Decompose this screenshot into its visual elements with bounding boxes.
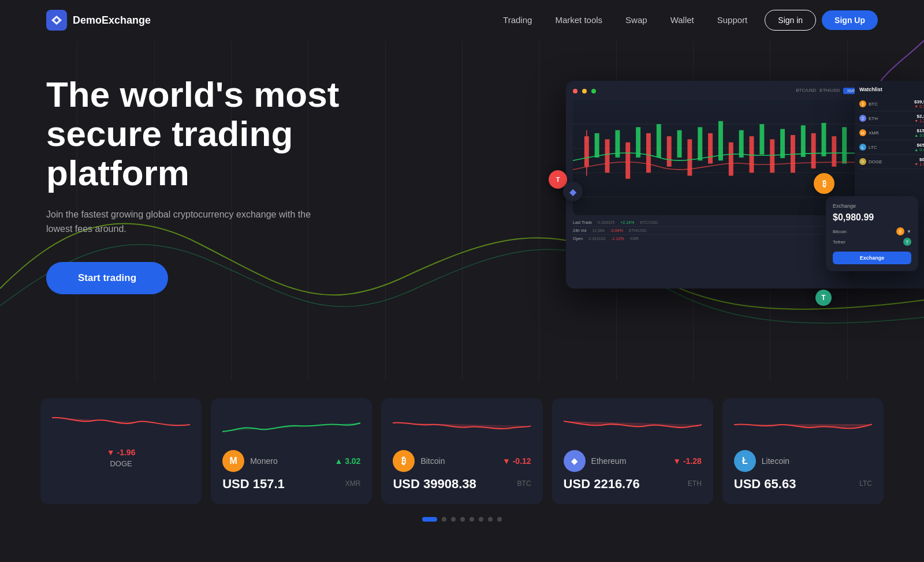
doge-symbol: DOGE [52, 459, 190, 468]
dashboard-mockup: BTC/USD ETH/USD XMR [531, 58, 924, 335]
hero-subtitle: Join the fastest growing global cryptocu… [46, 207, 323, 237]
pagination-dot-1[interactable] [422, 517, 437, 522]
svg-rect-25 [770, 139, 774, 173]
cards-section: ▼ -1.96 DOGE M Monero ▲ 3.02 [0, 398, 924, 556]
sparkline-btc [393, 409, 531, 443]
doge-change: ▼ -1.96 [107, 448, 136, 457]
svg-rect-26 [780, 129, 785, 159]
card-eth[interactable]: ◆ Ethereum ▼ -1.28 USD 2216.76 ETH [552, 398, 713, 504]
nav-trading[interactable]: Trading [503, 15, 532, 25]
sparkline-doge [52, 406, 190, 441]
svg-rect-19 [708, 133, 713, 164]
coin-badge-eth: ◆ [563, 182, 583, 201]
pagination [40, 517, 884, 522]
sparkline-xmr [222, 409, 360, 443]
navbar: DemoExchange Trading Market tools Swap W… [0, 0, 924, 40]
ltc-icon: Ł [734, 450, 756, 472]
eth-price: USD 2216.76 [564, 477, 640, 492]
xmr-symbol: XMR [345, 479, 361, 488]
pagination-dot-3[interactable] [451, 517, 456, 522]
btc-name: Bitcoin [420, 456, 445, 466]
svg-rect-32 [842, 127, 847, 163]
hero-content: The world's most secure trading platform… [46, 75, 404, 294]
svg-rect-29 [811, 133, 816, 168]
pagination-dot-4[interactable] [460, 517, 465, 522]
pagination-dot-5[interactable] [470, 517, 474, 522]
xmr-icon: M [222, 450, 244, 472]
start-trading-button[interactable]: Start trading [46, 262, 168, 294]
exchange-button[interactable]: Exchange [833, 252, 911, 264]
svg-rect-14 [657, 124, 661, 158]
svg-rect-18 [698, 127, 702, 160]
svg-rect-22 [739, 130, 744, 158]
nav-support[interactable]: Support [717, 15, 748, 25]
svg-rect-17 [687, 139, 692, 175]
xmr-change: ▲ 3.02 [334, 456, 360, 466]
pagination-dot-2[interactable] [442, 517, 446, 522]
svg-rect-28 [801, 125, 806, 157]
nav-wallet[interactable]: Wallet [670, 15, 694, 25]
hero-section: The world's most secure trading platform… [0, 40, 924, 381]
cards-row: ▼ -1.96 DOGE M Monero ▲ 3.02 [40, 398, 884, 504]
btc-symbol: BTC [517, 479, 531, 488]
ltc-name: Litecoin [762, 456, 789, 466]
card-doge[interactable]: ▼ -1.96 DOGE [40, 398, 202, 504]
svg-rect-8 [595, 133, 599, 158]
exchange-widget: Exchange $0,980.99 Bitcoin ₿ ▼ Tether T … [826, 196, 918, 271]
ltc-symbol: LTC [859, 479, 872, 488]
svg-rect-30 [822, 123, 826, 156]
svg-rect-13 [646, 133, 651, 173]
eth-name: Ethereum [591, 456, 627, 466]
nav-market-tools[interactable]: Market tools [555, 15, 602, 25]
pagination-dot-7[interactable] [488, 517, 493, 522]
nav-swap[interactable]: Swap [625, 15, 647, 25]
svg-rect-9 [605, 139, 610, 173]
eth-icon: ◆ [564, 450, 586, 472]
xmr-price: USD 157.1 [222, 477, 285, 492]
svg-rect-24 [759, 124, 764, 155]
svg-rect-21 [729, 143, 733, 176]
btc-price: USD 39908.38 [393, 477, 476, 492]
nav-logo[interactable]: DemoExchange [46, 10, 151, 31]
card-xmr[interactable]: M Monero ▲ 3.02 USD 157.1 XMR [211, 398, 372, 504]
ltc-price: USD 65.63 [734, 477, 796, 492]
pagination-dot-6[interactable] [479, 517, 483, 522]
coin-badge-btc: ₿ [814, 173, 834, 194]
nav-links: Trading Market tools Swap Wallet Support [503, 15, 747, 25]
eth-change: ▼ -1.28 [673, 456, 702, 466]
btc-change: ▼ -0.12 [502, 456, 531, 466]
hero-title: The world's most secure trading platform [46, 75, 404, 193]
svg-rect-15 [667, 136, 672, 167]
svg-rect-11 [625, 143, 630, 179]
brand-name: DemoExchange [73, 14, 151, 27]
signin-button[interactable]: Sign in [765, 10, 816, 31]
coin-badge-tether: T [815, 290, 832, 306]
svg-rect-16 [677, 130, 682, 158]
chart-area [573, 100, 859, 215]
xmr-name: Monero [250, 456, 277, 466]
eth-symbol: ETH [688, 479, 702, 488]
sparkline-ltc [734, 409, 872, 443]
logo-icon [46, 10, 67, 31]
pagination-dot-8[interactable] [497, 517, 502, 522]
card-ltc[interactable]: Ł Litecoin USD 65.63 LTC [722, 398, 884, 504]
signup-button[interactable]: Sign Up [822, 10, 878, 30]
btc-icon: ₿ [393, 450, 415, 472]
sparkline-eth [564, 409, 702, 443]
card-btc[interactable]: ₿ Bitcoin ▼ -0.12 USD 39908.38 BTC [381, 398, 542, 504]
